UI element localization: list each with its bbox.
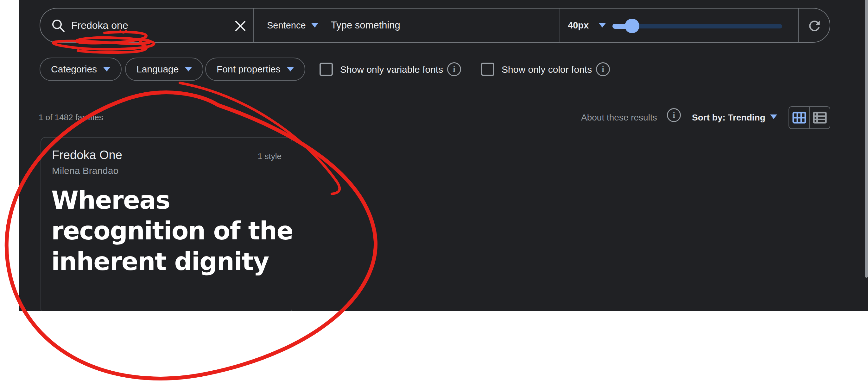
grid-view-icon bbox=[792, 112, 806, 124]
list-view-icon bbox=[813, 112, 827, 124]
variable-fonts-checkbox[interactable] bbox=[319, 63, 333, 76]
color-fonts-label: Show only color fonts bbox=[502, 58, 592, 81]
preview-line: Whereas bbox=[51, 185, 292, 216]
categories-label: Categories bbox=[51, 64, 97, 75]
preview-text-input[interactable]: Type something bbox=[331, 8, 400, 42]
chevron-down-icon bbox=[185, 67, 192, 71]
search-input[interactable]: Fredoka one bbox=[71, 8, 128, 42]
google-fonts-app: Fredoka one Sentence Type something 40px bbox=[19, 0, 868, 311]
chevron-down-icon[interactable] bbox=[311, 23, 318, 28]
chevron-down-icon bbox=[287, 67, 294, 71]
chevron-down-icon[interactable] bbox=[599, 23, 606, 28]
scrollbar-thumb[interactable] bbox=[865, 0, 868, 278]
info-icon[interactable]: i bbox=[447, 62, 461, 76]
refresh-icon[interactable] bbox=[807, 18, 823, 34]
preview-line: recognition of the bbox=[51, 216, 292, 246]
divider bbox=[560, 8, 560, 42]
language-filter-button[interactable]: Language bbox=[125, 58, 203, 81]
search-icon bbox=[51, 19, 66, 33]
clear-icon[interactable] bbox=[234, 19, 247, 33]
font-preview-text: Whereas recognition of the inherent dign… bbox=[51, 185, 292, 277]
info-icon[interactable]: i bbox=[596, 62, 610, 76]
preview-line: inherent dignity bbox=[51, 246, 292, 277]
font-designer: Milena Brandao bbox=[52, 165, 118, 176]
divider bbox=[798, 8, 799, 42]
divider bbox=[253, 8, 254, 42]
filters-row: Categories Language Font properties Show… bbox=[19, 58, 868, 81]
about-results-link[interactable]: About these results bbox=[581, 111, 657, 125]
view-toggle-group bbox=[788, 106, 830, 129]
chevron-down-icon bbox=[103, 67, 110, 71]
font-size-dropdown[interactable]: 40px bbox=[568, 8, 589, 42]
categories-filter-button[interactable]: Categories bbox=[39, 58, 122, 81]
language-label: Language bbox=[136, 64, 179, 75]
font-card-fredoka-one[interactable]: Fredoka One 1 style Milena Brandao Where… bbox=[40, 137, 292, 311]
search-bar: Fredoka one Sentence Type something 40px bbox=[39, 8, 830, 43]
chevron-down-icon[interactable] bbox=[770, 114, 777, 119]
page: Fredoka one Sentence Type something 40px bbox=[0, 0, 868, 383]
font-properties-filter-button[interactable]: Font properties bbox=[205, 58, 305, 81]
styles-count: 1 style bbox=[258, 151, 281, 161]
sort-by-dropdown[interactable]: Sort by: Trending bbox=[692, 111, 766, 125]
info-icon[interactable]: i bbox=[667, 108, 681, 122]
font-properties-label: Font properties bbox=[217, 64, 281, 75]
grid-view-button[interactable] bbox=[789, 107, 809, 129]
preview-type-dropdown[interactable]: Sentence bbox=[267, 8, 306, 42]
color-fonts-checkbox[interactable] bbox=[481, 63, 494, 76]
list-view-button[interactable] bbox=[809, 107, 830, 129]
results-count: 1 of 1482 families bbox=[39, 113, 103, 123]
font-size-slider-handle[interactable] bbox=[625, 19, 639, 33]
variable-fonts-label: Show only variable fonts bbox=[340, 58, 443, 81]
font-family-name[interactable]: Fredoka One bbox=[52, 148, 122, 162]
